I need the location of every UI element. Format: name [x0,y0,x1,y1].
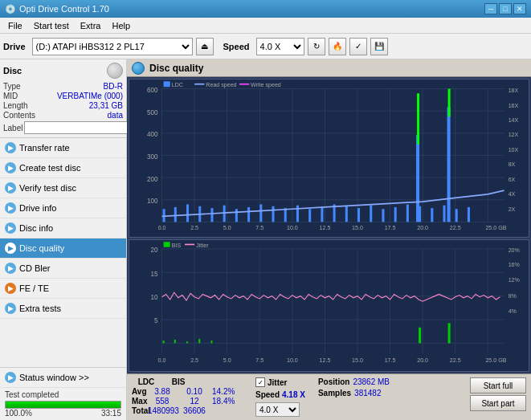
nav-create-test-disc[interactable]: ▶ Create test disc [0,158,126,178]
nav-fe-te[interactable]: ▶ FE / TE [0,279,126,299]
svg-text:12%: 12% [509,276,521,283]
svg-text:Read speed: Read speed [206,81,236,89]
maximize-button[interactable]: □ [499,3,512,14]
nav-arrow-fe: ▶ [5,283,16,294]
svg-text:300: 300 [147,153,158,161]
titlebar-title: 💿 Opti Drive Control 1.70 [5,4,109,14]
disc-label-input[interactable] [24,121,131,134]
svg-rect-34 [345,206,348,222]
bis-header: BIS [161,377,196,386]
svg-rect-103 [419,328,421,344]
check-button[interactable]: ✓ [349,38,367,55]
main-layout: Disc Type BD-R MID VERBATIMe (000) Lengt… [0,59,531,420]
svg-text:16%: 16% [509,260,521,267]
total-label: Total [132,406,148,415]
close-button[interactable]: ✕ [513,3,526,14]
disc-type-value: BD-R [104,82,123,91]
burn-button[interactable]: 🔥 [329,38,346,55]
position-label: Position [318,377,349,386]
svg-text:17.5: 17.5 [385,357,396,364]
nav-arrow-quality: ▶ [5,243,16,254]
svg-text:100: 100 [147,197,158,206]
disc-type-row: Type BD-R [3,82,123,91]
drive-select[interactable]: (D:) ATAPI iHBS312 2 PL17 [32,38,193,55]
bis-max: 12 [177,397,212,406]
speed-row: Speed 4.18 X [255,390,305,399]
disc-panel-title: Disc [3,66,22,75]
content-title: Disc quality [149,63,203,74]
nav-disc-quality[interactable]: ▶ Disc quality [0,239,126,259]
disc-length-row: Length 23,31 GB [3,101,123,110]
top-chart: 600 500 400 300 200 100 18X 16X 14X 12X … [129,79,529,238]
refresh-button[interactable]: ↻ [308,38,325,55]
titlebar: 💿 Opti Drive Control 1.70 ─ □ ✕ [0,0,531,18]
svg-rect-20 [174,207,177,222]
disc-label-label: Label [3,124,22,133]
ldc-avg: 3.88 [148,387,177,396]
svg-rect-101 [198,339,200,343]
svg-rect-48 [448,89,451,117]
status-window-button[interactable]: ▶ Status window >> [0,368,126,388]
content-area: Disc quality [127,59,531,420]
nav-arrow-disc-info: ▶ [5,222,16,234]
minimize-button[interactable]: ─ [484,3,497,14]
jitter-avg: 14.2% [212,387,243,396]
samples-value: 381482 [354,389,381,398]
nav-drive-info[interactable]: ▶ Drive info [0,198,126,218]
svg-rect-44 [468,207,470,222]
svg-rect-26 [247,207,250,222]
nav-arrow-transfer: ▶ [5,142,16,153]
svg-rect-38 [394,207,397,222]
nav-label-cd: CD Bler [19,263,51,273]
speed-label: Speed [223,42,250,51]
svg-text:22.5: 22.5 [450,357,461,364]
ldc-total: 1480993 [148,406,177,415]
svg-text:8%: 8% [509,292,517,299]
disc-contents-value: data [108,111,123,120]
speed-select-control[interactable]: 4.0 X [255,402,300,417]
svg-text:12X: 12X [509,131,519,139]
samples-row: Samples 381482 [318,389,390,398]
menu-extra[interactable]: Extra [76,19,106,32]
status-window-icon: ▶ [5,372,16,383]
disc-length-label: Length [3,101,28,110]
svg-text:10.0: 10.0 [287,357,298,364]
save-button[interactable]: 💾 [370,38,388,55]
svg-text:20.0: 20.0 [417,223,428,231]
svg-rect-19 [163,209,165,222]
status-bottom-row: 100.0% 33:15 [5,409,121,418]
sidebar: Disc Type BD-R MID VERBATIMe (000) Lengt… [0,59,127,420]
nav-disc-info[interactable]: ▶ Disc info [0,218,126,239]
svg-rect-27 [259,204,262,222]
svg-text:15.0: 15.0 [352,357,363,364]
bis-avg: 0.10 [177,387,212,396]
nav-verify-test-disc[interactable]: ▶ Verify test disc [0,178,126,198]
svg-text:Jitter: Jitter [196,241,209,248]
svg-rect-43 [455,209,458,222]
start-part-button[interactable]: Start part [470,395,526,411]
nav-label-drive: Drive info [19,203,56,213]
disc-mid-value: VERBATIMe (000) [57,92,123,100]
stats-table: LDC BIS Avg 3.88 0.10 14.2% Max 558 12 [132,377,243,415]
start-full-button[interactable]: Start full [470,377,526,393]
position-value: 23862 MB [353,377,390,386]
bottom-panel: LDC BIS Avg 3.88 0.10 14.2% Max 558 12 [127,373,531,420]
svg-text:LDC: LDC [172,81,184,89]
menu-help[interactable]: Help [107,19,135,32]
nav-cd-bler[interactable]: ▶ CD Bler [0,259,126,279]
speed-select[interactable]: 4.0 X [256,38,304,55]
svg-rect-29 [284,208,287,222]
nav-transfer-rate[interactable]: ▶ Transfer rate [0,138,126,158]
menu-file[interactable]: File [3,19,27,32]
nav-arrow-create: ▶ [5,162,16,173]
nav-extra-tests[interactable]: ▶ Extra tests [0,299,126,319]
eject-button[interactable]: ⏏ [196,38,214,55]
app-icon: 💿 [5,4,16,14]
menu-start-test[interactable]: Start test [29,19,74,32]
svg-rect-47 [417,93,419,144]
position-section: Position 23862 MB Samples 381482 [318,377,390,398]
svg-text:5.0: 5.0 [223,357,231,364]
ldc-max: 558 [148,397,177,406]
samples-label: Samples [318,389,351,398]
jitter-checkbox[interactable]: ✓ [255,377,265,387]
